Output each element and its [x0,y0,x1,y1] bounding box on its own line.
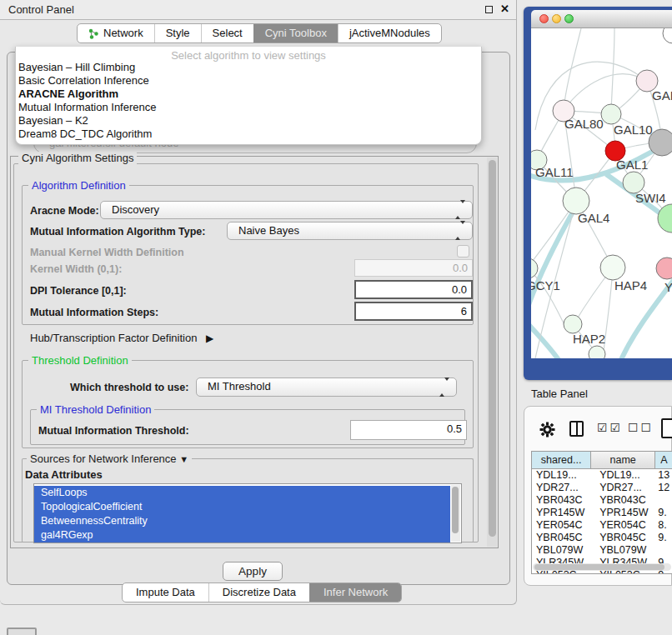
node-partial-top[interactable] [663,28,672,43]
collapse-arrow-icon: ▶ [206,332,213,344]
table-row[interactable]: YDR27... YDR27... 12 [532,482,672,494]
table-header-row: shared... name A [532,452,672,469]
aracne-mode-label: Aracne Mode: [30,205,99,217]
node-green-bright[interactable] [658,204,672,232]
network-window-titlebar[interactable] [531,10,672,28]
cell: 8. [655,519,672,532]
cell: 12 [655,482,672,494]
kernel-width-field[interactable]: 0.0 [354,259,473,277]
which-threshold-combo[interactable]: MI Threshold [196,378,457,397]
column-header-partial[interactable]: A [655,452,672,468]
table-row[interactable]: YDL19... YDL19... 13 [532,469,672,482]
threshold-group-title: Threshold Definition [28,354,132,367]
node-label: GAL80 [564,117,604,131]
tab-infer-network[interactable]: Infer Network [309,583,401,602]
table-panel-title: Table Panel [531,388,588,400]
mi-type-label: Mutual Information Algorithm Type: [30,226,205,238]
cell: YBL079W [532,544,591,557]
which-threshold-label: Which threshold to use: [70,382,188,393]
tab-cyni-toolbox[interactable]: Cyni Toolbox [253,24,338,42]
close-icon[interactable]: ✕ [500,2,509,15]
node-label: HAP2 [573,332,605,346]
list-item[interactable]: SelfLoops [34,486,450,500]
node-hap2[interactable] [564,315,582,333]
sources-title-label: Sources for Network Inference [30,452,177,465]
cell: YBR045C [532,532,591,544]
table-row[interactable]: YER054C YER054C 8. [532,519,672,532]
float-window-icon[interactable] [485,6,493,13]
mi-steps-field[interactable]: 6 [354,302,473,321]
node-label: HAP4 [614,278,647,292]
gear-icon[interactable] [539,422,555,438]
dropdown-item[interactable]: Bayesian – Hill Climbing [16,61,481,74]
dropdown-item[interactable]: Bayesian – K2 [16,114,481,128]
columns-icon[interactable] [569,421,584,437]
tab-label: Select [213,24,243,42]
dropdown-item[interactable]: Dream8 DC_TDC Algorithm [16,128,481,141]
column-header-shared-name[interactable]: shared... [532,452,591,468]
dropdown-placeholder: Select algorithm to view settings [16,47,481,61]
aracne-mode-value: Discovery [112,203,159,216]
new-table-icon[interactable] [661,418,672,438]
column-header-name[interactable]: name [591,452,655,468]
control-panel-titlebar[interactable]: Control Panel ✕ [0,0,516,20]
cell: YDR27... [591,482,655,494]
dpi-tolerance-field[interactable]: 0.0 [354,280,473,299]
table-panel: ☑☑ ☐☐ shared... name A YDL19... YDL19...… [524,406,672,586]
settings-vertical-scrollbar[interactable] [487,158,497,547]
node-label: SWI4 [635,191,666,205]
dropdown-item-selected[interactable]: ARACNE Algorithm [16,88,481,101]
node-gcy1[interactable] [531,258,538,278]
node-partial-bottom[interactable] [589,346,605,358]
table-horizontal-scrollbar[interactable] [533,563,671,571]
cell: YDR27... [532,482,591,494]
list-item[interactable]: BetweennessCentrality [34,514,450,528]
tab-discretize-data[interactable]: Discretize Data [208,583,309,602]
combo-stepper-icon [455,202,465,218]
mi-type-combo[interactable]: Naive Bayes [227,222,473,240]
algorithm-dropdown-popup: Select algorithm to view settings Bayesi… [15,47,482,145]
cell: 13 [655,469,672,482]
zoom-traffic-light[interactable] [564,14,574,23]
tab-select[interactable]: Select [201,24,253,42]
close-traffic-light[interactable] [539,14,549,23]
tab-style[interactable]: Style [154,24,201,42]
cyni-settings-group-title: Cyni Algorithm Settings [18,152,137,164]
kernel-width-label: Kernel Width (0,1): [30,263,122,275]
list-vertical-scrollbar[interactable] [451,485,460,542]
dropdown-item[interactable]: Basic Correlation Inference [16,74,481,88]
manual-kernel-checkbox[interactable] [457,245,469,258]
cell: 9. [655,507,672,519]
cell: 9. [655,532,672,544]
aracne-mode-combo[interactable]: Discovery [100,201,473,219]
hub-definition-toggle[interactable]: Hub/Transcription Factor Definition ▶ [30,332,213,344]
list-item[interactable]: TopologicalCoefficient [34,500,450,514]
table-row[interactable]: YBL079W YBL079W [532,544,672,557]
select-all-checkboxes-icon[interactable]: ☑☑ [597,421,623,434]
deselect-all-checkboxes-icon[interactable]: ☐☐ [628,421,654,434]
dropdown-item[interactable]: Mutual Information Inference [16,101,481,114]
tab-impute-data[interactable]: Impute Data [123,583,208,602]
minimize-traffic-light[interactable] [552,14,561,23]
dpi-tolerance-label: DPI Tolerance [0,1]: [30,285,127,297]
node-label: GAL10 [614,122,653,137]
partial-toolbar-button[interactable] [7,628,37,635]
data-attributes-list[interactable]: SelfLoops TopologicalCoefficient Between… [33,483,462,543]
tab-jactivemnodules[interactable]: jActiveMNodules [338,24,441,42]
mi-threshold-field[interactable]: 0.5 [350,420,467,440]
table-row[interactable]: YBR043C YBR043C [532,494,672,507]
node-gal10[interactable] [601,104,621,124]
node-hap4[interactable] [600,255,625,280]
cell [655,544,672,557]
sources-group-title[interactable]: Sources for Network Inference ▼ [27,452,192,465]
apply-button[interactable]: Apply [223,562,283,581]
node-label: GAL [652,88,672,102]
network-canvas[interactable]: GAL GAL80 GAL10 GAL1 GAL11 SWI4 GAL4 GCY… [531,28,672,358]
node-y-pink[interactable] [656,258,672,279]
list-item[interactable]: gal4RGexp [34,528,450,542]
tab-network[interactable]: Network [78,24,154,42]
table-row[interactable]: YPR145W YPR145W 9. [532,507,672,519]
node-label: GAL1 [616,158,648,172]
mi-threshold-group-title: MI Threshold Definition [37,403,154,416]
table-row[interactable]: YBR045C YBR045C 9. [532,532,672,544]
